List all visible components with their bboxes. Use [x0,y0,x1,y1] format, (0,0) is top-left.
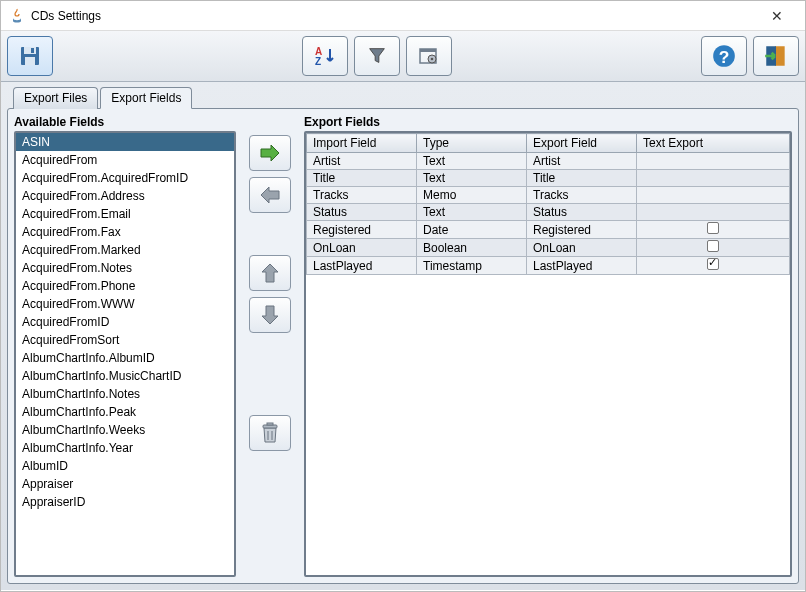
titlebar: CDs Settings ✕ [1,1,805,31]
list-item[interactable]: AcquiredFrom.WWW [16,295,234,313]
cell[interactable]: Text [417,204,527,221]
table-row[interactable]: RegisteredDateRegistered [307,221,790,239]
table-row[interactable]: TracksMemoTracks [307,187,790,204]
text-export-cell[interactable] [637,153,790,170]
list-item[interactable]: AcquiredFrom.Marked [16,241,234,259]
table-row[interactable]: StatusTextStatus [307,204,790,221]
export-fields-table[interactable]: Import FieldTypeExport FieldText Export … [306,133,790,275]
svg-rect-2 [25,57,35,65]
move-buttons-column [246,115,294,577]
svg-rect-1 [24,47,36,54]
text-export-cell[interactable] [637,257,790,275]
list-item[interactable]: AlbumChartInfo.Peak [16,403,234,421]
available-fields-listbox[interactable]: ASINAcquiredFromAcquiredFrom.AcquiredFro… [14,131,236,577]
cell[interactable]: LastPlayed [307,257,417,275]
column-header[interactable]: Type [417,134,527,153]
close-button[interactable]: ✕ [757,2,797,30]
available-fields-title: Available Fields [14,115,236,129]
cell[interactable]: Title [307,170,417,187]
svg-rect-3 [31,48,34,53]
tab-strip: Export FilesExport Fields [13,86,799,108]
tab-export-files[interactable]: Export Files [13,87,98,109]
column-header[interactable]: Import Field [307,134,417,153]
text-export-cell[interactable] [637,221,790,239]
svg-rect-15 [267,423,273,425]
delete-button[interactable] [249,415,291,451]
cell[interactable]: Text [417,170,527,187]
checkbox[interactable] [707,222,719,234]
text-export-cell[interactable] [637,187,790,204]
export-fields-table-wrap: Import FieldTypeExport FieldText Export … [304,131,792,577]
svg-point-9 [431,58,434,61]
move-up-button[interactable] [249,255,291,291]
list-item[interactable]: AlbumChartInfo.Year [16,439,234,457]
list-item[interactable]: AcquiredFrom.Fax [16,223,234,241]
list-item[interactable]: AlbumChartInfo.Weeks [16,421,234,439]
table-row[interactable]: LastPlayedTimestampLastPlayed [307,257,790,275]
list-item[interactable]: AcquiredFrom.Email [16,205,234,223]
cell[interactable]: Memo [417,187,527,204]
available-fields-section: Available Fields ASINAcquiredFromAcquire… [14,115,236,577]
text-export-cell[interactable] [637,170,790,187]
table-row[interactable]: TitleTextTitle [307,170,790,187]
cell[interactable]: Boolean [417,239,527,257]
window-title: CDs Settings [31,9,757,23]
list-item[interactable]: AlbumChartInfo.MusicChartID [16,367,234,385]
add-field-button[interactable] [249,135,291,171]
cell[interactable]: Status [527,204,637,221]
list-item[interactable]: AcquiredFrom.Phone [16,277,234,295]
content-area: Export FilesExport Fields Available Fiel… [1,82,805,590]
export-fields-title: Export Fields [304,115,792,129]
column-header[interactable]: Export Field [527,134,637,153]
move-down-button[interactable] [249,297,291,333]
sort-az-button[interactable]: AZ [302,36,348,76]
checkbox[interactable] [707,258,719,270]
cell[interactable]: Text [417,153,527,170]
exit-button[interactable] [753,36,799,76]
cell[interactable]: Registered [527,221,637,239]
list-item[interactable]: AcquiredFrom.Address [16,187,234,205]
toolbar: AZ ? [1,31,805,82]
cell[interactable]: Date [417,221,527,239]
list-item[interactable]: AcquiredFromID [16,313,234,331]
table-row[interactable]: ArtistTextArtist [307,153,790,170]
svg-text:Z: Z [315,56,321,67]
cell[interactable]: Artist [307,153,417,170]
svg-rect-7 [420,49,436,52]
remove-field-button[interactable] [249,177,291,213]
cell[interactable]: OnLoan [307,239,417,257]
list-item[interactable]: ASIN [16,133,234,151]
list-item[interactable]: AcquiredFrom.Notes [16,259,234,277]
list-item[interactable]: AppraiserID [16,493,234,511]
export-fields-section: Export Fields Import FieldTypeExport Fie… [304,115,792,577]
text-export-cell[interactable] [637,239,790,257]
cell[interactable]: Artist [527,153,637,170]
cell[interactable]: Tracks [527,187,637,204]
list-item[interactable]: Appraiser [16,475,234,493]
cell[interactable]: Registered [307,221,417,239]
help-button[interactable]: ? [701,36,747,76]
checkbox[interactable] [707,240,719,252]
text-export-cell[interactable] [637,204,790,221]
column-header[interactable]: Text Export [637,134,790,153]
save-button[interactable] [7,36,53,76]
export-fields-panel: Available Fields ASINAcquiredFromAcquire… [7,108,799,584]
cell[interactable]: Timestamp [417,257,527,275]
cell[interactable]: LastPlayed [527,257,637,275]
cell[interactable]: Tracks [307,187,417,204]
list-item[interactable]: AlbumID [16,457,234,475]
list-item[interactable]: AcquiredFromSort [16,331,234,349]
svg-text:?: ? [719,47,730,67]
cell[interactable]: Status [307,204,417,221]
filter-button[interactable] [354,36,400,76]
tab-export-fields[interactable]: Export Fields [100,87,192,109]
list-item[interactable]: AcquiredFrom [16,151,234,169]
table-row[interactable]: OnLoanBooleanOnLoan [307,239,790,257]
cell[interactable]: OnLoan [527,239,637,257]
list-item[interactable]: AcquiredFrom.AcquiredFromID [16,169,234,187]
settings-button[interactable] [406,36,452,76]
list-item[interactable]: AlbumChartInfo.AlbumID [16,349,234,367]
list-item[interactable]: AlbumChartInfo.Notes [16,385,234,403]
cell[interactable]: Title [527,170,637,187]
java-app-icon [9,8,25,24]
